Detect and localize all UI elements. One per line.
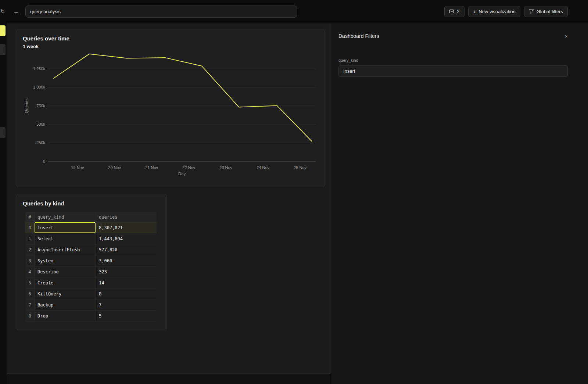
- queries-cell: 5: [96, 311, 157, 321]
- query-kind-column-header[interactable]: query_kind: [35, 212, 96, 222]
- query-kind-cell[interactable]: Create: [35, 277, 96, 288]
- table-row[interactable]: 1 Select 1,443,894: [25, 233, 157, 244]
- panels-icon: [449, 9, 454, 14]
- svg-text:19 Nov: 19 Nov: [71, 165, 84, 170]
- table-row[interactable]: 3 System 3,060: [25, 255, 157, 266]
- svg-text:Queries: Queries: [24, 98, 29, 114]
- table-row[interactable]: 7 Backup 7: [25, 299, 157, 311]
- global-filters-button[interactable]: Global filters: [524, 6, 568, 17]
- query-kind-filter-label: query_kind: [338, 58, 568, 62]
- svg-text:500k: 500k: [36, 122, 45, 126]
- row-index-cell: 4: [25, 266, 35, 277]
- rail-item[interactable]: [0, 127, 6, 138]
- query-kind-cell[interactable]: Backup: [35, 299, 96, 310]
- svg-text:20 Nov: 20 Nov: [108, 165, 121, 170]
- filter-funnel-icon: [529, 9, 534, 14]
- chart-title: Queries over time: [23, 35, 318, 42]
- global-filters-label: Global filters: [537, 9, 563, 14]
- dashboard-filters-panel: Dashboard Filters × query_kind: [331, 24, 588, 384]
- active-dashboard-indicator[interactable]: [0, 25, 6, 36]
- table-row[interactable]: 8 Drop 5: [25, 311, 157, 322]
- query-kind-cell[interactable]: Insert: [35, 222, 96, 233]
- row-index-cell: 3: [25, 255, 35, 266]
- svg-text:750k: 750k: [36, 104, 45, 108]
- query-kind-cell[interactable]: Select: [35, 233, 96, 244]
- panel-count-label: 2: [457, 9, 459, 14]
- filters-panel-header: Dashboard Filters ×: [338, 33, 568, 39]
- table-row[interactable]: 6 KillQuery 8: [25, 288, 157, 299]
- bottom-bar: [7, 373, 331, 384]
- queries-column-header[interactable]: queries: [96, 212, 157, 222]
- row-index-cell: 7: [25, 299, 35, 310]
- new-visualization-label: New visualization: [478, 9, 515, 14]
- table-row[interactable]: 5 Create 14: [25, 277, 157, 288]
- svg-text:23 Nov: 23 Nov: [219, 165, 232, 170]
- close-icon[interactable]: ×: [564, 33, 568, 39]
- row-index-cell: 2: [25, 244, 35, 255]
- filters-panel-title: Dashboard Filters: [338, 33, 379, 39]
- plus-icon: +: [473, 9, 476, 14]
- row-index-cell: 0: [25, 222, 35, 233]
- row-index-cell: 5: [25, 277, 35, 288]
- queries-cell: 323: [96, 266, 157, 277]
- svg-text:25 Nov: 25 Nov: [294, 165, 306, 170]
- refresh-icon[interactable]: ↻: [0, 8, 5, 14]
- topbar-actions: 2 + New visualization Global filters: [444, 6, 568, 17]
- top-bar: ← 2 + New visualization Global filters: [7, 0, 588, 23]
- table-row[interactable]: 0 Insert 8,307,021: [25, 222, 157, 233]
- svg-text:1 250k: 1 250k: [33, 67, 46, 71]
- table-header-row: # query_kind queries: [25, 212, 157, 222]
- app-window: ↻ ← 2 + New visualization: [0, 0, 588, 384]
- svg-text:24 Nov: 24 Nov: [257, 165, 269, 170]
- chart-subtitle: 1 week: [23, 44, 318, 50]
- query-kind-cell[interactable]: System: [35, 255, 96, 266]
- query-kind-filter-input[interactable]: [338, 65, 568, 77]
- queries-cell: 8: [96, 288, 157, 299]
- back-button[interactable]: ←: [13, 8, 19, 15]
- queries-cell: 3,060: [96, 255, 157, 266]
- table-row[interactable]: 4 Describe 323: [25, 266, 157, 277]
- index-column-header: #: [25, 212, 35, 222]
- svg-text:Day: Day: [178, 172, 186, 176]
- query-kind-cell[interactable]: Describe: [35, 266, 96, 277]
- queries-cell: 8,307,021: [96, 222, 157, 233]
- svg-text:22 Nov: 22 Nov: [182, 165, 195, 170]
- queries-line-chart[interactable]: 0250k500k750k1 000k1 250k19 Nov20 Nov21 …: [23, 51, 319, 181]
- queries-cell: 577,820: [96, 244, 157, 255]
- query-kind-filter-field: query_kind: [338, 58, 568, 77]
- row-index-cell: 1: [25, 233, 35, 244]
- queries-over-time-card[interactable]: Queries over time 1 week 0250k500k750k1 …: [17, 29, 325, 187]
- rail-item[interactable]: [0, 44, 6, 55]
- svg-text:0: 0: [43, 159, 45, 164]
- query-kind-cell[interactable]: KillQuery: [35, 288, 96, 299]
- queries-table: # query_kind queries 0 Insert 8,307,021 …: [25, 212, 157, 322]
- svg-text:250k: 250k: [36, 140, 45, 145]
- table-title: Queries by kind: [23, 200, 161, 207]
- query-kind-cell[interactable]: Drop: [35, 311, 96, 321]
- svg-text:21 Nov: 21 Nov: [145, 165, 158, 170]
- queries-by-kind-card[interactable]: Queries by kind # query_kind queries 0 I…: [17, 194, 167, 330]
- row-index-cell: 6: [25, 288, 35, 299]
- query-kind-cell[interactable]: AsyncInsertFlush: [35, 244, 96, 255]
- row-index-cell: 8: [25, 311, 35, 321]
- queries-cell: 14: [96, 277, 157, 288]
- new-visualization-button[interactable]: + New visualization: [468, 6, 520, 17]
- queries-cell: 1,443,894: [96, 233, 157, 244]
- table-row[interactable]: 2 AsyncInsertFlush 577,820: [25, 244, 157, 255]
- queries-cell: 7: [96, 299, 157, 310]
- main-content: Queries over time 1 week 0250k500k750k1 …: [7, 24, 331, 384]
- left-rail: ↻: [0, 0, 7, 384]
- panel-count-button[interactable]: 2: [444, 6, 464, 17]
- svg-text:1 000k: 1 000k: [33, 85, 46, 89]
- dashboard-title-input[interactable]: [25, 6, 297, 18]
